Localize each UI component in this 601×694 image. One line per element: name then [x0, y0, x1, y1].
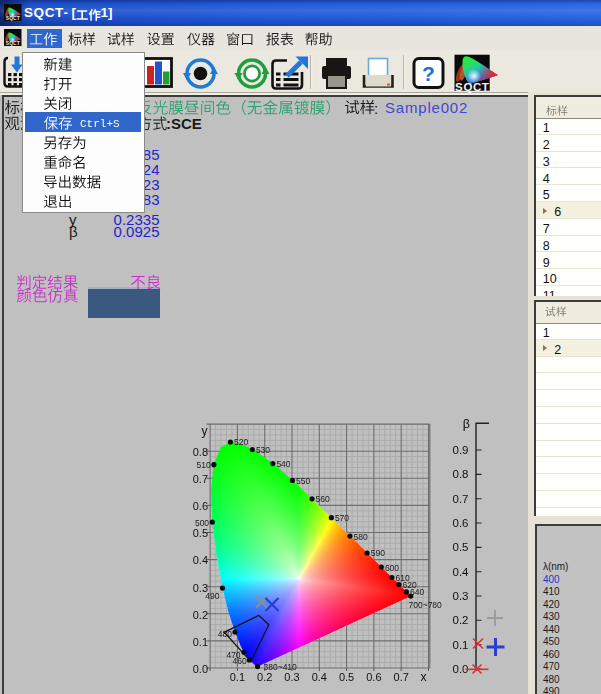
svg-text:Ctrl+S: Ctrl+S: [80, 118, 120, 130]
